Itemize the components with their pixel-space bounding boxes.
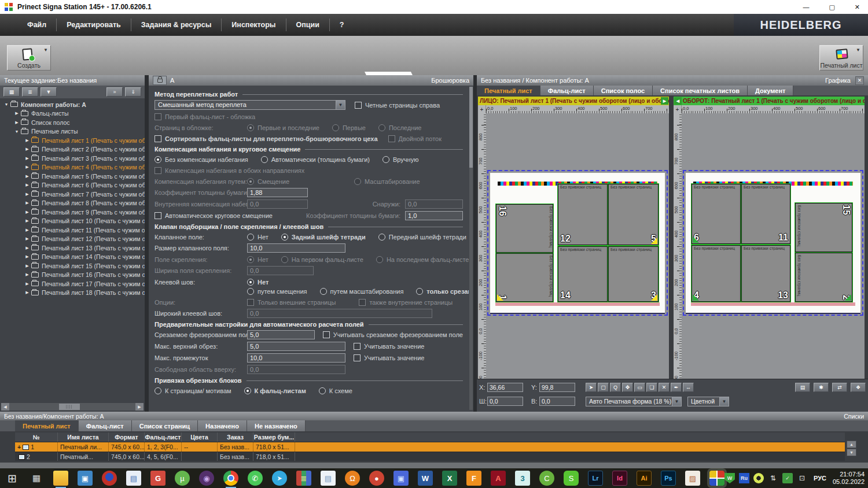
- preview-tab[interactable]: Документ: [748, 86, 793, 95]
- y-coordinate-field[interactable]: 99,8: [539, 383, 575, 392]
- scroll-down-button[interactable]: ▼: [847, 449, 856, 456]
- front-sheet[interactable]: Без привязки страниц 16 Без привязки стр…: [490, 173, 665, 314]
- create-button[interactable]: ▼ Создать: [7, 45, 51, 71]
- taskbar-app-icon[interactable]: ▤: [126, 471, 141, 486]
- clock[interactable]: 21:07:54 05.02.2022: [833, 471, 865, 486]
- chevron-down-icon[interactable]: ▼: [719, 397, 729, 406]
- tree-node-press-sheet[interactable]: ▶ Печатный лист 16 (Печать с чужим оборо…: [0, 271, 145, 280]
- preview-tab[interactable]: Список печатных листов: [653, 86, 748, 95]
- lock-button[interactable]: [153, 76, 167, 85]
- expander-icon[interactable]: ▶: [24, 210, 30, 215]
- forward-button[interactable]: »: [106, 87, 123, 97]
- tree-node-press-sheet[interactable]: ▶ Печатный лист 5 (Печать с чужим оборот…: [0, 172, 145, 181]
- inner-pages-too-checkbox[interactable]: [359, 299, 366, 306]
- taskbar-app-icon[interactable]: [223, 471, 238, 486]
- scroll-right-button[interactable]: ▶: [135, 403, 144, 411]
- taskbar-app-icon[interactable]: F: [466, 471, 481, 486]
- binding-area-width-field[interactable]: 0,0: [247, 266, 314, 275]
- page-slot-2[interactable]: Без привязки страниц 2: [795, 253, 852, 302]
- lists-tab[interactable]: Список страниц: [132, 420, 198, 431]
- consider-top-trim-checkbox[interactable]: [354, 343, 361, 350]
- tree-node-press-sheet[interactable]: ▶ Печатный лист 1 (Печать с чужим оборот…: [0, 136, 145, 145]
- taskbar-app-icon[interactable]: ▣: [78, 471, 93, 486]
- taskbar-app-icon[interactable]: ✆: [248, 471, 263, 486]
- lists-tab[interactable]: Печатный лист: [15, 420, 79, 431]
- lists-tab[interactable]: Назначено: [198, 420, 247, 431]
- tree-node-press-sheet[interactable]: ▶ Печатный лист 14 (Печать с чужим оборо…: [0, 253, 145, 262]
- lists-tab[interactable]: Не назначено: [247, 420, 306, 431]
- taskbar-app-icon[interactable]: ⊞: [5, 471, 20, 486]
- collapse-button[interactable]: ⇓: [125, 87, 141, 97]
- expander-icon[interactable]: ▶: [24, 236, 30, 241]
- view-option-button[interactable]: ✱: [814, 383, 829, 392]
- taskbar-app-icon[interactable]: G: [150, 471, 165, 486]
- canvas-tool-button[interactable]: ▭: [634, 383, 645, 392]
- color-mode-select[interactable]: Цветной ▼: [687, 397, 729, 406]
- tree-node-press-sheet[interactable]: ▶ Печатный лист 7 (Печать с чужим оборот…: [0, 190, 145, 199]
- table-row[interactable]: 2 Печатный... 745,0 x 60... 4, 5, 6(F0..…: [15, 452, 845, 461]
- language-indicator[interactable]: РУС: [814, 475, 826, 482]
- scroll-up-button[interactable]: ▲: [847, 441, 856, 448]
- no-creep-radio[interactable]: [155, 156, 161, 163]
- manual-creep-radio[interactable]: [382, 156, 389, 163]
- glue-scale-radio[interactable]: [320, 288, 327, 295]
- tray-icon[interactable]: ✓: [782, 473, 793, 483]
- milling-area-field[interactable]: 5,0: [247, 330, 315, 339]
- preview-tab[interactable]: Фальц-лист: [540, 86, 594, 95]
- anchor-scheme-radio[interactable]: [319, 387, 326, 394]
- expander-icon[interactable]: ▶: [24, 156, 30, 161]
- taskbar-app-icon[interactable]: S: [564, 471, 579, 486]
- creep-shift-radio[interactable]: [247, 178, 254, 185]
- expander-icon[interactable]: ▶: [24, 147, 30, 151]
- canvas-tool-button[interactable]: ↔: [683, 383, 694, 392]
- taskbar-app-icon[interactable]: Lr: [588, 471, 603, 486]
- horizontal-scrollbar[interactable]: ◀ ▶: [1, 403, 144, 411]
- tree-node-press-sheet[interactable]: ▶ Печатный лист 10 (Печать с чужим оборо…: [0, 217, 145, 226]
- close-icon[interactable]: ✕: [855, 76, 864, 85]
- preview-tab[interactable]: Список полос: [594, 86, 653, 95]
- taskbar-app-icon[interactable]: ≣: [296, 471, 311, 486]
- tree-node-press-sheet[interactable]: ▶ Печатный лист 6 (Печать с чужим оборот…: [0, 181, 145, 190]
- menu-item[interactable]: Задания & ресурсы: [131, 19, 222, 31]
- lists-tab[interactable]: Фальц-лист: [79, 420, 132, 431]
- taskbar-app-icon[interactable]: ▤: [321, 471, 336, 486]
- preview-tab[interactable]: Печатный лист: [477, 86, 540, 95]
- taskbar-app-icon[interactable]: ▨: [685, 471, 700, 486]
- tree-node-press-sheet[interactable]: ▶ Печатный лист 4 (Печать с чужим оборот…: [0, 163, 145, 172]
- creep-both-directions-checkbox[interactable]: [155, 167, 161, 174]
- max-gap-field[interactable]: 10,0: [247, 353, 345, 363]
- expander-icon[interactable]: ▼: [14, 130, 20, 134]
- wide-glue-seam-field[interactable]: 0,0: [247, 309, 432, 318]
- scroll-left-button[interactable]: ◀: [1, 403, 9, 411]
- width-field[interactable]: 0,0: [487, 397, 523, 406]
- taskbar-app-icon[interactable]: W: [418, 471, 433, 486]
- glue-seam-none-radio[interactable]: [247, 279, 254, 286]
- tray-icon[interactable]: [753, 473, 764, 483]
- glue-shift-radio[interactable]: [247, 288, 254, 295]
- tree-node-press-sheet[interactable]: ▶ Печатный лист 9 (Печать с чужим оборот…: [0, 208, 145, 217]
- page-slot-6[interactable]: Без привязки страниц 6: [692, 184, 741, 244]
- chevron-down-icon[interactable]: ▼: [856, 47, 860, 53]
- page-slot-5[interactable]: Без привязки страниц 5: [608, 184, 659, 245]
- glue-cut-only-radio[interactable]: [416, 288, 423, 295]
- expander-icon[interactable]: ▼: [3, 102, 9, 106]
- back-sheet[interactable]: Без привязки страниц 6 Без привязки стра…: [686, 173, 860, 314]
- taskbar-app-icon[interactable]: µ: [175, 471, 190, 486]
- sort-fold-sheets-checkbox[interactable]: [155, 135, 161, 142]
- tree-node-press-sheet[interactable]: ▶ Печатный лист 8 (Печать с чужим оборот…: [0, 199, 145, 208]
- lip-back-radio[interactable]: [281, 234, 288, 241]
- height-field[interactable]: 0,0: [539, 397, 575, 406]
- tree-node-press-sheet[interactable]: ▶ Печатный лист 3 (Печать с чужим оборот…: [0, 154, 145, 163]
- expander-icon[interactable]: ▶: [24, 165, 30, 169]
- taskbar-app-icon[interactable]: Ps: [661, 471, 676, 486]
- tree-node-fold-sheets[interactable]: ▶ Фальц-листы: [0, 109, 145, 119]
- taskbar-app-icon[interactable]: ▣: [393, 471, 409, 486]
- double-stream-checkbox[interactable]: [388, 135, 395, 142]
- page-slot-3[interactable]: Без привязки страниц 3: [608, 246, 659, 302]
- canvas-tool-button[interactable]: ✒: [671, 383, 682, 392]
- tray-icon[interactable]: ⇅: [768, 473, 778, 483]
- expander-icon[interactable]: ▶: [24, 254, 30, 259]
- tree-node-page-list[interactable]: ▶ Список полос: [0, 118, 145, 127]
- scroll-thumb[interactable]: [59, 404, 80, 410]
- tray-icon[interactable]: ⊡: [797, 473, 807, 483]
